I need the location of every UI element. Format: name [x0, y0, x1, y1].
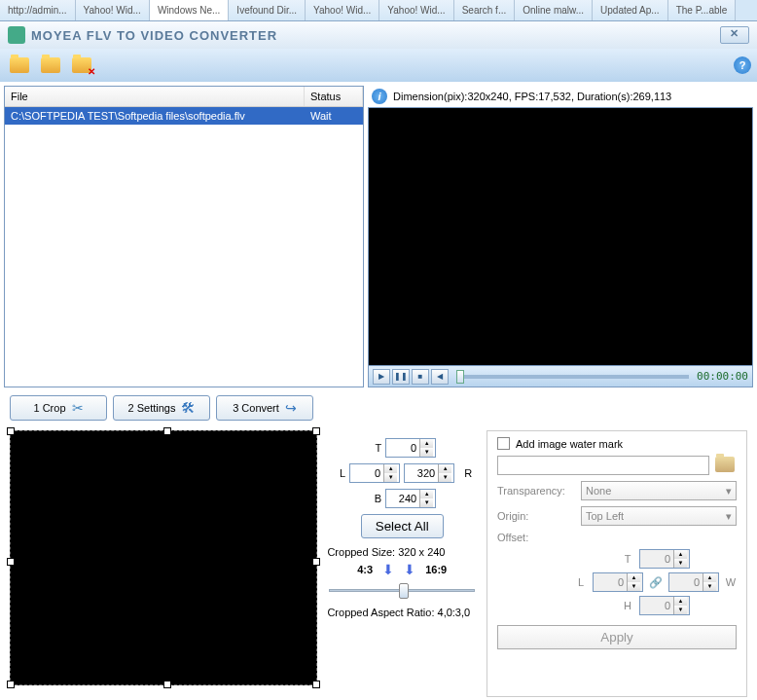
- arrow-down-icon: ⬇: [404, 562, 415, 577]
- time-display: 00:00:00: [697, 370, 748, 383]
- arrow-icon: ↪: [285, 400, 297, 416]
- playbar: ▶ ❚❚ ■ ◀ 00:00:00: [368, 366, 753, 387]
- watermark-path-input[interactable]: [497, 456, 709, 475]
- tools-icon: 🛠: [181, 400, 195, 416]
- cropped-size-label: Cropped Size: 320 x 240: [327, 546, 477, 558]
- watermark-panel: Add image water mark Transparency: None▾…: [487, 430, 747, 697]
- file-list-panel: File Status C:\SOFTPEDIA TEST\Softpedia …: [4, 86, 364, 387]
- tab[interactable]: Search f...: [454, 0, 516, 20]
- title-bar: MOYEA FLV TO VIDEO CONVERTER ✕: [0, 21, 757, 49]
- add-folder-button[interactable]: [37, 54, 64, 77]
- transparency-select[interactable]: None▾: [581, 481, 737, 500]
- crop-right-input[interactable]: ▲▼: [404, 463, 454, 483]
- preview-panel: i Dimension(pix):320x240, FPS:17,532, Du…: [368, 86, 753, 387]
- watermark-label: Add image water mark: [516, 438, 623, 450]
- aspect-slider[interactable]: [329, 581, 475, 599]
- tab[interactable]: Yahoo! Wid...: [76, 0, 150, 20]
- app-title: MOYEA FLV TO VIDEO CONVERTER: [31, 28, 277, 43]
- crop-step-button[interactable]: 1 Crop✂: [10, 395, 107, 421]
- link-icon: 🔗: [649, 576, 663, 589]
- crop-controls: T ▲▼ L ▲▼ ▲▼ R B ▲▼ Select All Cropped S…: [327, 430, 477, 697]
- tab[interactable]: Yahoo! Wid...: [379, 0, 453, 20]
- stop-button[interactable]: ■: [412, 369, 429, 385]
- crop-left-input[interactable]: ▲▼: [349, 463, 400, 483]
- arrow-down-icon: ⬇: [382, 562, 394, 577]
- browser-tabs: http://admin... Yahoo! Wid... Windows Ne…: [0, 0, 757, 21]
- crop-preview[interactable]: [10, 430, 317, 685]
- info-bar: i Dimension(pix):320x240, FPS:17,532, Du…: [368, 86, 753, 107]
- play-button[interactable]: ▶: [373, 369, 390, 385]
- file-row[interactable]: C:\SOFTPEDIA TEST\Softpedia files\softpe…: [5, 107, 363, 125]
- convert-step-button[interactable]: 3 Convert↪: [216, 395, 313, 421]
- info-icon: i: [372, 89, 387, 104]
- open-folder-button[interactable]: [6, 54, 33, 77]
- crop-top-input[interactable]: ▲▼: [385, 438, 436, 458]
- close-button[interactable]: ✕: [720, 26, 749, 44]
- offset-left-input: ▲▼: [593, 572, 643, 592]
- tab[interactable]: http://admin...: [0, 0, 76, 20]
- tab[interactable]: Windows Ne...: [150, 0, 229, 20]
- pause-button[interactable]: ❚❚: [392, 369, 410, 385]
- tab[interactable]: The P...able: [668, 0, 737, 20]
- origin-select[interactable]: Top Left▾: [581, 506, 737, 526]
- settings-step-button[interactable]: 2 Settings🛠: [113, 395, 210, 421]
- tab[interactable]: Ivefound Dir...: [229, 0, 306, 20]
- prev-button[interactable]: ◀: [431, 369, 449, 385]
- select-all-button[interactable]: Select All: [361, 514, 444, 538]
- offset-height-input: ▲▼: [639, 596, 690, 615]
- tab[interactable]: Online malw...: [515, 0, 593, 20]
- app-icon: [8, 26, 25, 44]
- help-button[interactable]: ?: [734, 56, 751, 74]
- offset-width-input: ▲▼: [668, 572, 719, 592]
- scissors-icon: ✂: [72, 400, 84, 416]
- video-preview: [368, 107, 753, 366]
- tab[interactable]: Updated Ap...: [593, 0, 668, 20]
- browse-button[interactable]: [715, 457, 737, 474]
- seek-slider[interactable]: [456, 375, 689, 379]
- toolbar: ?: [0, 49, 757, 82]
- column-status[interactable]: Status: [305, 87, 363, 106]
- watermark-checkbox[interactable]: [497, 437, 510, 450]
- remove-button[interactable]: [68, 54, 95, 77]
- tab[interactable]: Yahoo! Wid...: [306, 0, 379, 20]
- offset-top-input: ▲▼: [639, 549, 690, 569]
- crop-bottom-input[interactable]: ▲▼: [385, 489, 436, 508]
- apply-button[interactable]: Apply: [497, 625, 737, 649]
- aspect-ratio-label: Cropped Aspect Ratio: 4,0:3,0: [327, 607, 477, 618]
- column-file[interactable]: File: [5, 87, 305, 106]
